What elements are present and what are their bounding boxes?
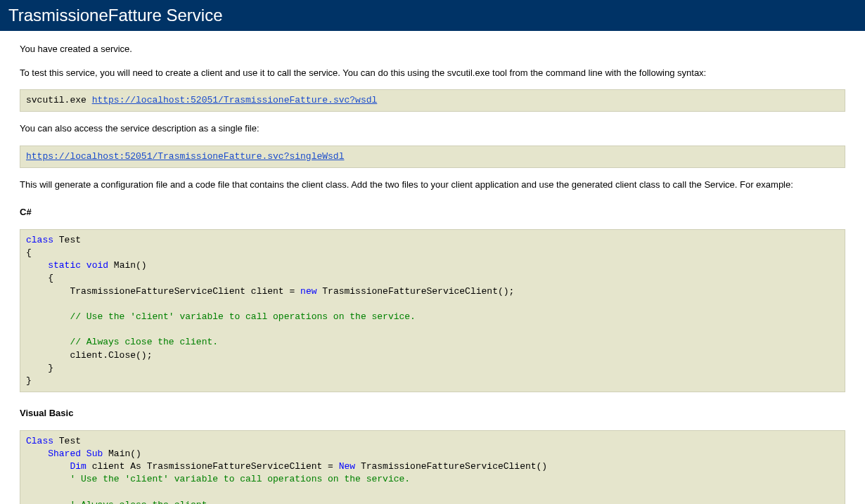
singlewsdl-block: https://localhost:52051/TrasmissioneFatt… — [20, 146, 845, 168]
page-title: TrasmissioneFatture Service — [8, 6, 857, 25]
kw-void: void — [86, 260, 108, 271]
svcutil-cmd: svcutil.exe — [26, 95, 92, 105]
page-content: You have created a service. To test this… — [0, 31, 865, 504]
csharp-label: C# — [20, 205, 845, 219]
cs-comment-close: // Always close the client. — [26, 337, 218, 347]
singlefile-intro: You can also access the service descript… — [20, 122, 845, 136]
csharp-code: class Test { static void Main() { Trasmi… — [20, 229, 845, 392]
kw-class-vb: Class — [26, 436, 53, 446]
vb-code: Class Test Shared Sub Main() Dim client … — [20, 430, 845, 504]
kw-new-vb: New — [339, 461, 355, 472]
page-header: TrasmissioneFatture Service — [0, 0, 865, 31]
generate-note: This will generate a configuration file … — [20, 178, 845, 192]
vb-comment-use: ' Use the 'client' variable to call oper… — [26, 474, 410, 484]
kw-dim: Dim — [70, 461, 86, 472]
vb-label: Visual Basic — [20, 406, 845, 420]
kw-class: class — [26, 235, 53, 245]
svcutil-link[interactable]: https://localhost:52051/TrasmissioneFatt… — [92, 95, 378, 105]
singlewsdl-link[interactable]: https://localhost:52051/TrasmissioneFatt… — [26, 151, 344, 162]
kw-sub: Sub — [86, 448, 103, 459]
svcutil-block: svcutil.exe https://localhost:52051/Tras… — [20, 89, 845, 112]
intro-test: To test this service, you will need to c… — [20, 66, 845, 80]
kw-shared: Shared — [48, 448, 81, 459]
kw-new: new — [300, 286, 316, 297]
vb-comment-close: ' Always close the client. — [26, 500, 212, 504]
cs-comment-use: // Use the 'client' variable to call ope… — [26, 311, 416, 322]
intro-created: You have created a service. — [20, 42, 845, 56]
kw-static: static — [48, 260, 81, 271]
